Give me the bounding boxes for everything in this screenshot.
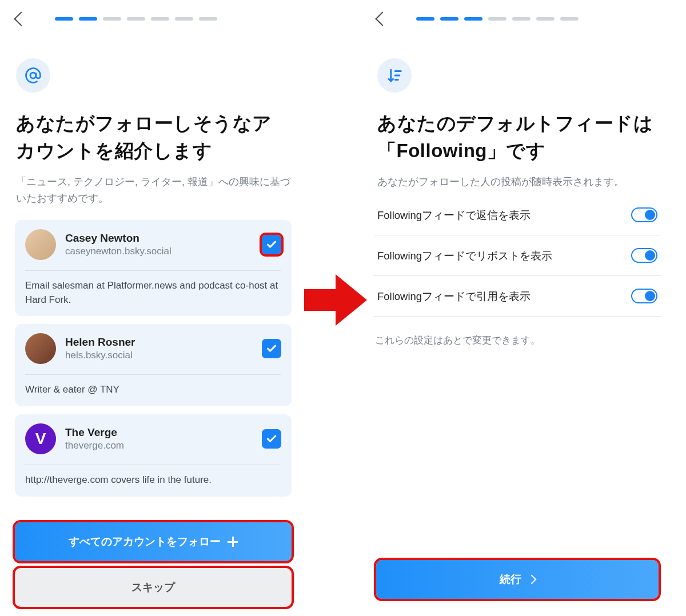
follow-checkbox[interactable] [262,429,281,449]
account-handle: hels.bsky.social [65,350,253,361]
page-title: あなたがフォローしそうなアカウントを紹介します [10,110,296,165]
toggle-switch[interactable] [631,289,657,303]
topbar [10,0,296,30]
svg-point-0 [30,73,36,78]
toggle-label: Followingフィードで返信を表示 [377,208,531,222]
follow-all-button[interactable]: すべてのアカウントをフォロー [15,522,292,561]
skip-label: スキップ [131,580,175,595]
progress-indicator [55,17,217,21]
account-bio: http://theverge.com covers life in the f… [25,473,281,487]
topbar [372,0,663,30]
avatar [25,333,56,364]
page-subtitle: 「ニュース, テクノロジー, ライター, 報道」への興味に基づいたおすすめです。 [10,165,296,220]
toggle-switch[interactable] [631,207,657,222]
onboarding-feed-screen: あなたのデフォルトフィードは「Following」です あなたがフォローした人の… [372,0,663,616]
continue-label: 続行 [500,572,521,587]
onboarding-follow-screen: あなたがフォローしそうなアカウントを紹介します 「ニュース, テクノロジー, ラ… [10,0,296,616]
account-bio: Email salesman at Platformer.news and po… [25,279,281,307]
account-name: Casey Newton [65,232,253,245]
arrow-right-icon [304,269,367,331]
settings-note: これらの設定はあとで変更できます。 [372,317,663,364]
account-name: Helen Rosner [65,336,253,349]
toggle-row-replies: Followingフィードで返信を表示 [374,203,661,235]
at-sign-icon [16,58,50,93]
account-handle: theverge.com [65,440,253,451]
continue-button[interactable]: 続行 [376,560,659,599]
toggle-label: Followingフィードで引用を表示 [377,289,531,303]
plus-icon [228,537,238,547]
follow-checkbox[interactable] [262,235,281,254]
follow-checkbox[interactable] [262,339,281,358]
chevron-right-icon [527,575,537,585]
account-name: The Verge [65,426,253,439]
account-card[interactable]: Helen Rosner hels.bsky.social Writer & e… [15,324,292,406]
avatar [25,229,56,260]
follow-all-label: すべてのアカウントをフォロー [69,534,221,549]
toggle-row-reposts: Followingフィードでリポストを表示 [374,235,661,276]
skip-button[interactable]: スキップ [15,568,292,607]
back-icon[interactable] [14,11,28,26]
progress-indicator [416,17,579,21]
sort-icon [377,58,412,93]
page-subtitle: あなたがフォローした人の投稿が随時表示されます。 [372,165,663,203]
account-card[interactable]: V The Verge theverge.com http://theverge… [15,414,292,497]
toggle-row-quotes: Followingフィードで引用を表示 [374,276,661,317]
page-title: あなたのデフォルトフィードは「Following」です [372,110,663,165]
toggle-label: Followingフィードでリポストを表示 [377,249,552,263]
account-bio: Writer & eater @ TNY [25,383,281,397]
back-icon[interactable] [375,11,389,26]
toggle-switch[interactable] [631,248,657,263]
avatar: V [25,423,56,454]
account-card[interactable]: Casey Newton caseynewton.bsky.social Ema… [15,220,292,316]
account-handle: caseynewton.bsky.social [65,246,253,257]
